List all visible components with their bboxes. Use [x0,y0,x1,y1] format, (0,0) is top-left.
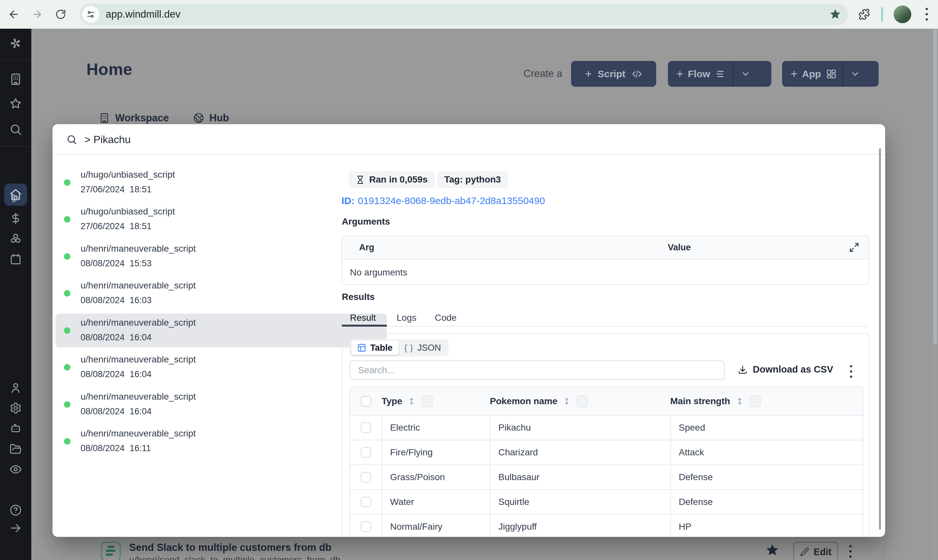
column-filter-box[interactable] [576,395,588,407]
run-list-item[interactable]: u/henri/maneuverable_script 08/08/2024 1… [55,388,387,422]
forward-arrow-icon [31,8,43,20]
sidebar-item-workspace[interactable] [0,70,31,88]
expand-button[interactable] [849,242,859,252]
tab-result[interactable]: Result [350,312,376,323]
download-icon [738,365,747,375]
script-item-menu-button[interactable] [849,545,852,558]
sidebar-item-search[interactable] [0,120,31,138]
sidebar-item-help[interactable] [0,501,31,519]
create-app-button[interactable]: + App [782,61,879,87]
tag-badge: Tag: python3 [437,171,508,188]
run-id-link[interactable]: ID:0191324e-8068-9edb-ab47-2d8a13550490 [342,195,545,206]
sidebar-item-users[interactable] [0,379,31,397]
run-date: 08/08/2024 16:04 [80,332,152,343]
run-list-item[interactable]: u/hugo/unbiased_script 27/06/2024 18:51 [55,166,387,200]
arguments-table-header: Arg Value [342,236,869,260]
tab-workspace[interactable]: Workspace [99,112,169,124]
result-menu-button[interactable] [850,365,852,378]
run-path: u/henri/maneuverable_script [80,280,196,291]
browser-forward-button[interactable] [28,5,46,23]
row-checkbox[interactable] [361,447,371,458]
table-row[interactable]: Water Squirtle Defense [350,490,863,515]
create-flow-button[interactable]: + Flow [668,61,771,87]
flow-dropdown-chevron[interactable] [733,61,757,87]
run-list-item[interactable]: u/henri/maneuverable_script 08/08/2024 1… [55,240,387,274]
browser-menu-button[interactable] [926,8,928,20]
table-view-button[interactable]: Table [351,341,399,355]
sidebar-item-favorites[interactable] [0,95,31,113]
site-settings-button[interactable] [82,6,99,23]
script-item-title[interactable]: Send Slack to multiple customers from db [129,542,331,554]
chevron-down-icon [850,69,860,79]
building-icon [9,73,22,86]
sidebar-expand-button[interactable] [0,519,31,537]
windmill-logo[interactable] [0,34,31,52]
modal-search-input[interactable] [84,131,542,148]
sidebar-item-schedules[interactable] [0,250,31,268]
tag-label: Tag: python3 [444,174,501,185]
table-row[interactable]: Electric Pikachu Speed [350,415,863,440]
success-dot-icon [64,364,71,371]
sidebar-item-audit[interactable] [0,460,31,478]
flow-bars-icon [715,69,726,79]
tab-code[interactable]: Code [435,312,457,323]
app-dropdown-chevron[interactable] [843,61,867,87]
table-row[interactable]: Normal/Fairy Jigglypuff HP [350,515,863,537]
row-checkbox[interactable] [361,522,371,532]
extensions-button[interactable] [855,5,873,23]
create-script-button[interactable]: + Script [571,61,656,87]
tab-logs[interactable]: Logs [397,312,416,323]
sidebar-item-runs[interactable] [0,189,31,207]
url-input[interactable] [105,8,829,20]
column-filter-box[interactable] [421,395,433,407]
browser-scrollbar-thumb[interactable] [933,29,937,344]
cubes-icon [9,232,22,245]
result-search-input[interactable] [350,360,725,380]
reload-icon [55,9,66,20]
bookmark-star-icon[interactable] [829,8,841,20]
row-checkbox[interactable] [361,497,371,507]
value-column-header: Value [668,243,691,252]
name-column-header: Pokemon name [490,396,558,406]
row-checkbox[interactable] [361,422,371,433]
table-row[interactable]: Grass/Poison Bulbasaur Defense [350,465,863,490]
star-icon [9,97,22,110]
tab-hub[interactable]: Hub [193,112,229,124]
robot-icon [9,422,22,435]
sort-icon[interactable] [735,397,744,406]
run-list-item[interactable]: u/henri/maneuverable_script 08/08/2024 1… [55,351,387,384]
table-row[interactable]: Fire/Flying Charizard Attack [350,440,863,465]
run-date: 08/08/2024 16:11 [80,443,151,454]
run-list-item[interactable]: u/henri/maneuverable_script 08/08/2024 1… [55,425,387,458]
create-a-label: Create a [524,68,562,80]
modal-scrollbar-thumb[interactable] [879,148,881,530]
sort-icon[interactable] [562,397,571,406]
run-list-item[interactable]: u/hugo/unbiased_script 27/06/2024 18:51 [55,202,387,236]
sidebar-item-resources[interactable] [0,230,31,248]
download-csv-button[interactable]: Download as CSV [738,364,833,375]
cell-name: Jigglypuff [490,515,670,537]
column-filter-box[interactable] [749,395,761,407]
row-checkbox[interactable] [361,472,371,482]
profile-avatar[interactable] [893,6,911,23]
tab-workspace-label: Workspace [115,112,169,124]
sort-icon[interactable] [407,397,416,406]
edit-button[interactable]: Edit [793,542,838,560]
favorite-star-icon[interactable] [765,543,779,557]
sidebar-item-variables[interactable] [0,209,31,228]
select-all-checkbox[interactable] [361,396,371,406]
script-item-path: u/henri/send_slack_to_multiple_customers… [129,555,340,560]
browser-reload-button[interactable] [52,5,70,23]
sidebar-item-settings[interactable] [0,399,31,417]
sidebar-item-folders[interactable] [0,440,31,458]
url-bar[interactable] [80,4,848,25]
sidebar-item-workers[interactable] [0,420,31,438]
json-view-button[interactable]: { } JSON [399,341,447,355]
gear-icon [9,402,22,414]
success-dot-icon [64,216,71,223]
run-list-item[interactable]: u/henri/maneuverable_script 08/08/2024 1… [55,276,387,310]
run-list-item-selected[interactable]: u/henri/maneuverable_script 08/08/2024 1… [55,314,387,348]
browser-back-button[interactable] [5,5,23,23]
page-title: Home [86,60,132,79]
create-script-label: Script [598,68,625,80]
